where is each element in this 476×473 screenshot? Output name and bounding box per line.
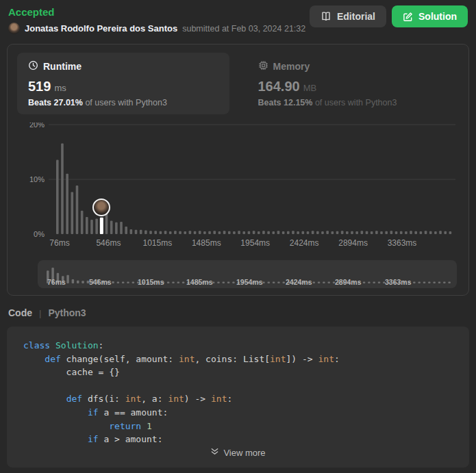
histogram-bar[interactable] [287,231,290,234]
histogram-bar[interactable] [405,231,408,234]
histogram-bar[interactable] [321,231,324,234]
histogram-bar[interactable] [248,231,251,234]
minimap-bar [277,282,280,284]
histogram-bar[interactable] [331,231,334,234]
histogram-bar[interactable] [346,231,349,234]
histogram-bar[interactable] [145,231,147,234]
histogram-bar[interactable] [395,231,398,234]
solution-button[interactable]: Solution [392,5,468,27]
histogram-bar[interactable] [272,231,275,234]
histogram-bar[interactable] [371,231,373,234]
histogram-bar[interactable] [169,231,172,234]
histogram-bar[interactable] [125,227,127,234]
code-line: cache = {} [23,366,453,379]
histogram-bar[interactable] [262,231,265,234]
histogram-bar[interactable] [228,231,231,234]
histogram-bar[interactable] [355,231,358,234]
histogram-bar[interactable] [410,231,412,234]
histogram-bar[interactable] [179,231,181,234]
histogram-bar[interactable] [258,231,260,234]
histogram-bar[interactable] [326,231,329,234]
histogram-bar[interactable] [253,231,255,234]
histogram-bar[interactable] [375,231,378,234]
memory-stat-card[interactable]: Memory 164.90 MB Beats 12.15% of users w… [247,53,460,114]
minimap-bar [132,282,135,284]
histogram-bar[interactable] [115,222,118,234]
histogram-bar[interactable] [203,231,206,234]
minimap-bar [318,282,321,284]
histogram-bar[interactable] [213,231,216,234]
runtime-beats: Beats 27.01% of users with Python3 [28,98,218,107]
histogram-bar[interactable] [277,231,280,234]
histogram-bar[interactable] [189,231,192,234]
histogram-bar[interactable] [242,231,245,234]
histogram-bar[interactable] [361,231,364,234]
histogram-bar[interactable] [149,231,152,234]
histogram-bar[interactable] [341,231,344,234]
histogram-bar[interactable] [238,231,240,234]
histogram-bar[interactable] [400,231,403,234]
histogram-bar[interactable] [135,230,138,234]
histogram-bar[interactable] [56,160,59,234]
user-avatar [8,23,20,34]
histogram-bar[interactable] [95,218,98,234]
minimap-bar [77,281,79,283]
histogram-bar[interactable] [154,231,157,234]
editorial-button[interactable]: Editorial [310,5,386,27]
minimap-tick-label: 546ms [89,278,112,286]
histogram-bar[interactable] [297,231,299,234]
histogram-bar[interactable] [184,231,186,234]
histogram-bar[interactable] [385,231,388,234]
runtime-stat-card[interactable]: Runtime 519 ms Beats 27.01% of users wit… [17,53,229,114]
code-line [23,379,453,393]
clock-icon [28,60,38,73]
histogram-bar[interactable] [292,231,295,234]
histogram-bar[interactable] [199,231,201,234]
view-more-label: View more [223,448,265,458]
minimap-bar [378,282,381,284]
histogram-bar-highlight[interactable] [100,218,103,234]
histogram-bar[interactable] [312,231,314,234]
histogram-bar[interactable] [267,231,270,234]
histogram-bar[interactable] [81,211,84,234]
histogram-bar[interactable] [233,231,236,234]
histogram-bar[interactable] [160,231,162,234]
histogram-bar[interactable] [316,231,319,234]
histogram-bar[interactable] [425,231,427,234]
histogram-bar[interactable] [164,231,167,234]
histogram-bar[interactable] [174,231,177,234]
histogram-bar[interactable] [351,231,353,234]
histogram-bar[interactable] [90,220,93,234]
histogram-bar[interactable] [414,231,417,234]
histogram-bar[interactable] [71,192,74,234]
histogram-bar[interactable] [61,143,64,234]
histogram-bar[interactable] [218,231,221,234]
histogram-svg: 20%10%0%76ms546ms1015ms1485ms1954ms2424m… [17,123,460,257]
histogram-bar[interactable] [434,231,437,234]
histogram-bar[interactable] [307,231,310,234]
histogram-bar[interactable] [366,231,368,234]
histogram-bar[interactable] [282,231,285,234]
histogram-bar[interactable] [390,231,393,234]
histogram-bar[interactable] [302,231,305,234]
histogram-bar[interactable] [449,231,452,234]
histogram-bar[interactable] [420,231,423,234]
histogram-bar[interactable] [130,229,133,234]
histogram-bar[interactable] [444,231,447,234]
histogram-bar[interactable] [76,186,79,234]
histogram-bar[interactable] [429,231,432,234]
histogram-bar[interactable] [380,231,383,234]
histogram-bar[interactable] [194,231,197,234]
memory-label: Memory [273,61,310,72]
histogram-bar[interactable] [208,231,211,234]
histogram-bar[interactable] [110,221,113,235]
histogram-bar[interactable] [336,231,339,234]
histogram-bar[interactable] [86,217,88,234]
histogram-bar[interactable] [439,231,442,234]
histogram-bar[interactable] [140,230,142,234]
view-more-button[interactable]: View more [210,447,265,458]
histogram-bar[interactable] [223,231,226,234]
histogram-bar[interactable] [120,222,123,234]
runtime-distribution-brush[interactable]: 76ms546ms1015ms1485ms1954ms2424ms2894ms3… [38,260,457,288]
histogram-bar[interactable] [66,174,68,234]
